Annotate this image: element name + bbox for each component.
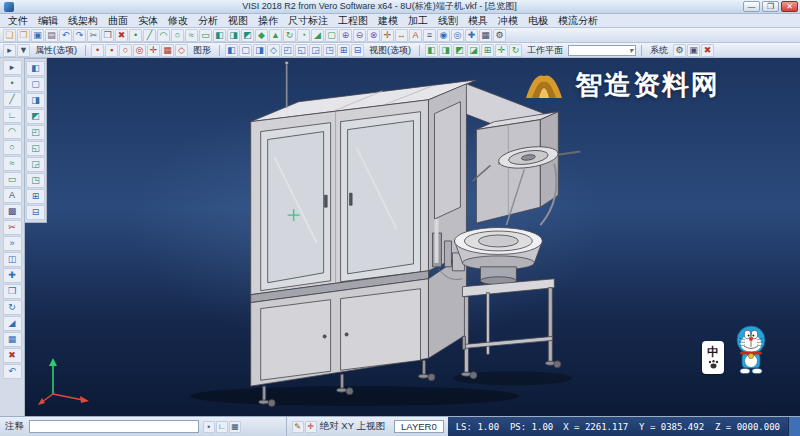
resize-grip[interactable] bbox=[788, 417, 800, 436]
snap-center-icon[interactable]: ◎ bbox=[133, 44, 146, 57]
menu-item[interactable]: 编辑 bbox=[33, 14, 63, 28]
point-tool-icon[interactable]: • bbox=[3, 76, 22, 91]
menu-item[interactable]: 尺寸标注 bbox=[283, 14, 333, 28]
solid-box-icon[interactable]: ◆ bbox=[255, 29, 268, 42]
select-tool-icon[interactable]: ▸ bbox=[3, 60, 22, 75]
menu-item[interactable]: 曲面 bbox=[103, 14, 133, 28]
menu-item[interactable]: 线割 bbox=[433, 14, 463, 28]
zoom-in-icon[interactable]: ◉ bbox=[437, 29, 450, 42]
erase-tool-icon[interactable]: ✖ bbox=[3, 348, 22, 363]
workplane-xz-icon[interactable]: ◨ bbox=[439, 44, 452, 57]
close-button[interactable]: ✕ bbox=[781, 1, 798, 12]
menu-item[interactable]: 建模 bbox=[373, 14, 403, 28]
move-tool-icon[interactable]: ✚ bbox=[3, 268, 22, 283]
grid-icon[interactable]: ▦ bbox=[479, 29, 492, 42]
wireframe-view-icon[interactable]: ▢ bbox=[239, 44, 252, 57]
view-iso-icon[interactable]: ◳ bbox=[26, 173, 45, 188]
zoom-fit-icon[interactable]: ◎ bbox=[451, 29, 464, 42]
chamfer-icon[interactable]: ◢ bbox=[311, 29, 324, 42]
snap-toggle-icon[interactable]: ▪ bbox=[203, 421, 215, 433]
circle-tool-icon[interactable]: ○ bbox=[171, 29, 184, 42]
curve-tool-icon[interactable]: ≈ bbox=[185, 29, 198, 42]
workplane-origin-icon[interactable]: ✛ bbox=[495, 44, 508, 57]
pencil-icon[interactable]: ✎ bbox=[292, 421, 304, 433]
workplane-rotate-icon[interactable]: ↻ bbox=[509, 44, 522, 57]
snap-intersection-icon[interactable]: ✛ bbox=[147, 44, 160, 57]
system-info-icon[interactable]: ▣ bbox=[687, 44, 700, 57]
filter-icon[interactable]: ▼ bbox=[17, 44, 30, 57]
copy-tool-icon[interactable]: ❒ bbox=[3, 284, 22, 299]
settings-icon[interactable]: ⚙ bbox=[493, 29, 506, 42]
zoom-window-icon[interactable]: ⊞ bbox=[337, 44, 350, 57]
zoom-all-icon[interactable]: ⊟ bbox=[26, 205, 45, 220]
spline-tool-icon[interactable]: ≈ bbox=[3, 156, 22, 171]
menu-item[interactable]: 模具 bbox=[463, 14, 493, 28]
snap-end-icon[interactable]: ▪ bbox=[105, 44, 118, 57]
minimize-button[interactable]: — bbox=[743, 1, 760, 12]
view-top-icon[interactable]: ◱ bbox=[26, 141, 45, 156]
rotate-tool-icon[interactable]: ↻ bbox=[3, 300, 22, 315]
save-file-icon[interactable]: ▣ bbox=[31, 29, 44, 42]
undo-icon[interactable]: ↶ bbox=[59, 29, 72, 42]
scale-tool-icon[interactable]: ◢ bbox=[3, 316, 22, 331]
boolean-intersect-icon[interactable]: ⊗ bbox=[367, 29, 380, 42]
hidden-line-mode-icon[interactable]: ◨ bbox=[26, 93, 45, 108]
mirror-tool-icon[interactable]: ◫ bbox=[3, 252, 22, 267]
circle-tool-icon[interactable]: ○ bbox=[3, 140, 22, 155]
menu-item[interactable]: 操作 bbox=[253, 14, 283, 28]
snap-free-icon[interactable]: ◇ bbox=[175, 44, 188, 57]
maximize-button[interactable]: ❐ bbox=[762, 1, 779, 12]
open-file-icon[interactable]: ❐ bbox=[17, 29, 30, 42]
arc-tool-icon[interactable]: ◠ bbox=[3, 124, 22, 139]
array-tool-icon[interactable]: ▦ bbox=[3, 332, 22, 347]
iso-view-icon[interactable]: ◇ bbox=[267, 44, 280, 57]
shaded-view-icon[interactable]: ◧ bbox=[225, 44, 238, 57]
hidden-line-icon[interactable]: ◨ bbox=[253, 44, 266, 57]
rectangle-tool-icon[interactable]: ▭ bbox=[3, 172, 22, 187]
snap-mid-icon[interactable]: ○ bbox=[119, 44, 132, 57]
right-view-icon[interactable]: ◲ bbox=[309, 44, 322, 57]
delete-icon[interactable]: ✖ bbox=[115, 29, 128, 42]
viewport-3d[interactable]: ◧▢◨◩◰◱◲◳⊞⊟ 智造资料网 中 bbox=[25, 58, 800, 416]
line-tool-icon[interactable]: ╱ bbox=[3, 92, 22, 107]
view-front-icon[interactable]: ◰ bbox=[26, 125, 45, 140]
back-view-icon[interactable]: ◳ bbox=[323, 44, 336, 57]
menu-item[interactable]: 文件 bbox=[3, 14, 33, 28]
menu-item[interactable]: 加工 bbox=[403, 14, 433, 28]
system-settings-icon[interactable]: ⚙ bbox=[673, 44, 686, 57]
cad-model-machine[interactable] bbox=[25, 58, 800, 416]
offset-tool-icon[interactable]: » bbox=[3, 236, 22, 251]
loft-tool-icon[interactable]: ◨ bbox=[227, 29, 240, 42]
surface-tool-icon[interactable]: ◧ bbox=[213, 29, 226, 42]
text-annotation-icon[interactable]: A bbox=[409, 29, 422, 42]
undo-tool-icon[interactable]: ↶ bbox=[3, 364, 22, 379]
sweep-tool-icon[interactable]: ◩ bbox=[241, 29, 254, 42]
menu-item[interactable]: 线架构 bbox=[63, 14, 103, 28]
snap-point-icon[interactable]: • bbox=[91, 44, 104, 57]
workplane-combo[interactable]: ▾ bbox=[568, 45, 636, 56]
revolve-icon[interactable]: ↻ bbox=[283, 29, 296, 42]
shell-icon[interactable]: ▢ bbox=[325, 29, 338, 42]
dimension-icon[interactable]: ↔ bbox=[395, 29, 408, 42]
fillet-icon[interactable]: ◔ bbox=[297, 29, 310, 42]
menu-item[interactable]: 修改 bbox=[163, 14, 193, 28]
boolean-union-icon[interactable]: ⊕ bbox=[339, 29, 352, 42]
boolean-subtract-icon[interactable]: ⊖ bbox=[353, 29, 366, 42]
snap-grid-icon[interactable]: ▦ bbox=[161, 44, 174, 57]
menu-item[interactable]: 电极 bbox=[523, 14, 553, 28]
line-tool-icon[interactable]: ╱ bbox=[143, 29, 156, 42]
menu-item[interactable]: 视图 bbox=[223, 14, 253, 28]
menu-item[interactable]: 分析 bbox=[193, 14, 223, 28]
redo-icon[interactable]: ↷ bbox=[73, 29, 86, 42]
menu-item[interactable]: 实体 bbox=[133, 14, 163, 28]
hatch-tool-icon[interactable]: ▩ bbox=[3, 204, 22, 219]
ortho-toggle-icon[interactable]: ∟ bbox=[216, 421, 228, 433]
polyline-tool-icon[interactable]: ∟ bbox=[3, 108, 22, 123]
cut-icon[interactable]: ✂ bbox=[87, 29, 100, 42]
layers-icon[interactable]: ≡ bbox=[423, 29, 436, 42]
axis-mode-icon[interactable]: ✛ bbox=[305, 421, 317, 433]
coordinate-mode-segment[interactable]: ✎✛ 绝对 XY 上视图 bbox=[286, 417, 390, 436]
perspective-mode-icon[interactable]: ◩ bbox=[26, 109, 45, 124]
note-input[interactable] bbox=[29, 420, 199, 433]
front-view-icon[interactable]: ◰ bbox=[281, 44, 294, 57]
